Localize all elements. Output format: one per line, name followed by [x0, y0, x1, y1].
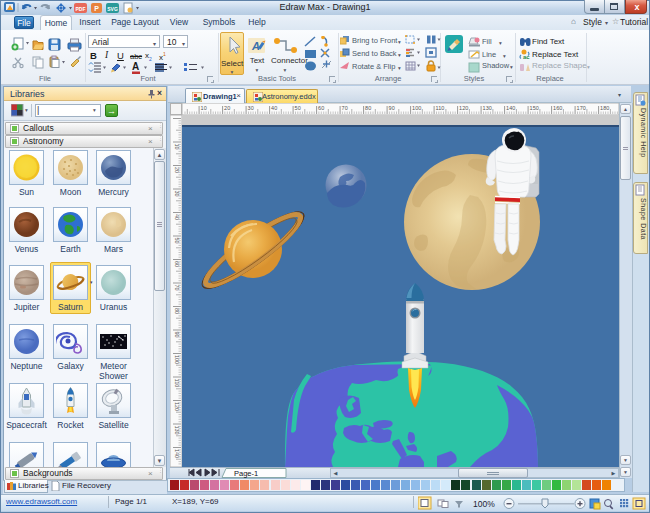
svg-text:140: 140	[506, 105, 515, 111]
svg-text:60: 60	[318, 105, 324, 111]
svg-text:Page-1: Page-1	[234, 469, 258, 478]
svg-text:130: 130	[483, 105, 492, 111]
svg-text:40: 40	[271, 105, 277, 111]
svg-text:90: 90	[389, 105, 395, 111]
svg-text:20: 20	[224, 105, 230, 111]
svg-text:A: A	[132, 61, 139, 72]
svg-text:50: 50	[295, 105, 301, 111]
svg-text:150: 150	[530, 105, 539, 111]
svg-text:ac: ac	[523, 54, 530, 60]
svg-text:SVG: SVG	[107, 6, 118, 12]
svg-text:160: 160	[553, 105, 562, 111]
svg-text:180: 180	[600, 105, 609, 111]
svg-text:70: 70	[342, 105, 348, 111]
svg-text:A: A	[251, 40, 260, 52]
svg-text:30: 30	[248, 105, 254, 111]
svg-text:P: P	[94, 5, 99, 12]
svg-text:100%: 100%	[473, 499, 495, 509]
svg-text:80: 80	[365, 105, 371, 111]
svg-text:PDF: PDF	[76, 6, 86, 12]
svg-text:10: 10	[201, 105, 207, 111]
svg-text:100: 100	[412, 105, 421, 111]
svg-text:120: 120	[459, 105, 468, 111]
svg-text:170: 170	[577, 105, 586, 111]
svg-text:110: 110	[436, 105, 445, 111]
svg-text:110: 110	[174, 379, 180, 388]
